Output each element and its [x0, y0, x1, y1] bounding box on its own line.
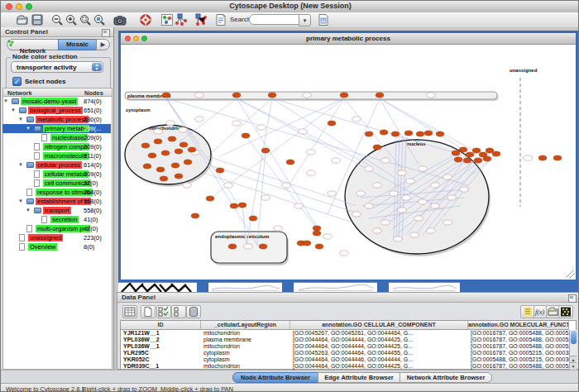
float-panel-icon[interactable]	[568, 294, 577, 303]
gene-node-outline[interactable]	[307, 170, 316, 175]
gene-node[interactable]	[553, 155, 562, 160]
gene-node[interactable]	[286, 160, 294, 165]
gene-node-outline[interactable]	[332, 158, 341, 163]
gene-node[interactable]	[340, 93, 348, 98]
gene-node[interactable]	[161, 151, 170, 155]
tree-expand-arrow[interactable]: ▼	[26, 208, 31, 213]
gene-node-outline[interactable]	[410, 232, 419, 237]
tree-expand-arrow[interactable]: ▼	[3, 98, 8, 104]
table-cell[interactable]: YDR039C__1	[121, 363, 201, 370]
gene-node-outline[interactable]	[443, 174, 452, 179]
gene-node-outline[interactable]	[427, 228, 436, 233]
table-cell[interactable]: [GO:0016787, GO:0005488, GO:0005215, G..…	[468, 363, 569, 370]
table-cell[interactable]: [GO:0044464, GO:0044444, GO:0044425, G..…	[290, 343, 468, 350]
gene-node-outline[interactable]	[431, 203, 440, 208]
table-cell[interactable]: [GO:0016787, GO:0005488, GO:0005215, G..…	[468, 337, 569, 343]
gene-node-outline[interactable]	[195, 117, 204, 122]
gene-node-outline[interactable]	[381, 158, 390, 163]
gene-node-outline[interactable]	[154, 129, 163, 134]
zoom-in-icon[interactable]	[65, 13, 78, 26]
gene-node[interactable]	[160, 176, 168, 181]
gene-node-outline[interactable]	[195, 93, 204, 98]
table-cell[interactable]: YPL036W__2	[121, 337, 201, 343]
table-scrollbar[interactable]: ▲ ▼	[569, 330, 577, 370]
tree-row-multi-organism-pro[interactable]: multi-organism pro42(0)	[2, 224, 111, 233]
zoom-fit-content-icon[interactable]	[79, 13, 92, 26]
gene-node[interactable]	[206, 196, 214, 201]
table-cell[interactable]: cytoplasm	[201, 356, 290, 363]
gene-node[interactable]	[188, 147, 196, 152]
zoom-out-icon[interactable]	[50, 13, 64, 26]
gene-node[interactable]	[303, 241, 311, 246]
tree-row-biological-process[interactable]: ▼biological_process651(0)	[2, 106, 111, 115]
save-session-icon[interactable]	[31, 13, 44, 26]
gene-node-outline[interactable]	[402, 195, 411, 200]
gene-node-outline[interactable]	[307, 150, 316, 155]
tree-row-macromolecule[interactable]: macromolecule311(0)	[2, 151, 111, 160]
gene-node-outline[interactable]	[299, 129, 308, 134]
gene-node-outline[interactable]	[356, 191, 366, 196]
tab-network[interactable]: Network	[7, 39, 59, 50]
gene-node[interactable]	[376, 93, 384, 98]
gene-node[interactable]	[391, 131, 400, 136]
gene-node[interactable]	[141, 143, 150, 148]
table-row-ypl036w__1[interactable]: YPL036W__1mitochondrion[GO:0044464, GO:0…	[121, 343, 569, 350]
select-nodes-graph-icon[interactable]	[175, 13, 188, 26]
gene-node[interactable]	[404, 131, 413, 136]
gene-node-outline[interactable]	[427, 93, 436, 98]
gene-node[interactable]	[191, 213, 199, 218]
gene-node-outline[interactable]	[340, 251, 349, 256]
gene-node[interactable]	[156, 167, 165, 172]
gene-node[interactable]	[365, 131, 373, 136]
gene-node[interactable]	[483, 156, 491, 161]
gene-node-outline[interactable]	[261, 195, 270, 200]
table-row-ypl036w__2[interactable]: YPL036W__2plasma membrane[GO:0044464, GO…	[121, 337, 569, 343]
gene-node[interactable]	[168, 136, 176, 141]
network-canvas[interactable]: plasma membranecytoplasmmitochondrionnuc…	[121, 45, 576, 280]
tree-row-response-to-stimulu[interactable]: response to stimulu264(0)	[2, 188, 111, 197]
table-cell[interactable]: [GO:0044464, GO:0044446, GO:0044444, G..…	[290, 356, 468, 363]
table-cell[interactable]: [GO:0045267, GO:0045261, GO:0044464, G..…	[290, 330, 468, 337]
gene-node[interactable]	[492, 151, 500, 156]
gene-node-outline[interactable]	[352, 212, 361, 217]
gene-node[interactable]	[416, 131, 424, 136]
tree-row-transport[interactable]: ▼transport558(0)	[2, 206, 111, 215]
gene-node[interactable]	[216, 168, 224, 173]
background-window-edge[interactable]	[377, 282, 389, 292]
open-file-icon[interactable]	[16, 13, 29, 26]
tree-row-overview[interactable]: Overview8(0)	[2, 242, 111, 251]
table-cell[interactable]: mitochondrion	[201, 330, 290, 337]
gene-node-outline[interactable]	[294, 203, 304, 208]
search-options-doc-icon[interactable]	[317, 13, 330, 26]
tree-row-cellular-metabo[interactable]: cellular metabo209(0)	[2, 170, 111, 179]
gene-node-outline[interactable]	[323, 234, 333, 239]
frame-resize-grip[interactable]	[566, 270, 575, 279]
tab-network-attribute-browser[interactable]: Network Attribute Browser	[400, 372, 492, 383]
gene-node-outline[interactable]	[179, 127, 188, 132]
background-window-edge[interactable]	[197, 282, 208, 292]
zoom-selected-region-icon[interactable]	[93, 13, 106, 26]
gene-node[interactable]	[486, 148, 494, 153]
gene-node-outline[interactable]	[419, 166, 428, 171]
table-cell[interactable]: mitochondrion	[201, 343, 290, 350]
gene-node-outline[interactable]	[303, 93, 312, 98]
col-header-molecular-function[interactable]: annotation.GO MOLECULAR_FUNCTION	[468, 321, 569, 330]
gene-node[interactable]	[313, 226, 321, 231]
table-cell[interactable]: plasma membrane	[201, 337, 290, 343]
tree-row-mosaic-demo-yeast[interactable]: ▼mosaic-demo-yeast874(0)	[2, 97, 111, 106]
gene-node[interactable]	[328, 121, 336, 126]
table-cell[interactable]: [GO:0045263, GO:0044464, GO:0044455, G..…	[290, 350, 468, 356]
gene-node-outline[interactable]	[282, 183, 291, 188]
gene-node[interactable]	[228, 244, 237, 249]
table-row-ylr295c[interactable]: YLR295Ccytoplasm[GO:0045263, GO:0044464,…	[121, 350, 569, 356]
gene-node[interactable]	[459, 147, 467, 152]
unselect-attributes-icon[interactable]	[171, 305, 186, 318]
gene-node[interactable]	[472, 148, 481, 153]
col-header-id[interactable]: ID	[121, 321, 201, 330]
attribute-matrix-icon[interactable]	[558, 305, 573, 318]
gene-node[interactable]	[538, 155, 547, 160]
table-cell[interactable]: YKR052C	[121, 356, 201, 363]
tree-row-nucleobase-[interactable]: nucleobase-209(0)	[2, 133, 111, 142]
select-attributes-icon[interactable]	[156, 305, 171, 318]
new-attribute-icon[interactable]	[141, 305, 156, 318]
